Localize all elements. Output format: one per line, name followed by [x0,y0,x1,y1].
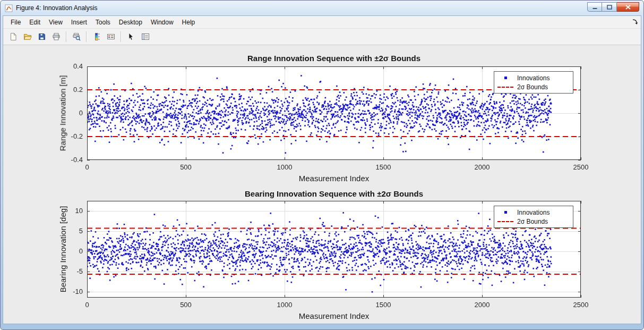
plot-title: Bearing Innovation Sequence with ±2σ Bou… [87,189,581,198]
minimize-icon [593,5,597,10]
dock-figure-icon[interactable] [632,19,638,25]
legend[interactable]: Innovations2σ Bounds [494,206,573,228]
x-axis-label: Measurement Index [87,311,581,320]
toolbar-separator [66,31,66,42]
menu-item-insert[interactable]: Insert [67,17,91,28]
legend-entry-innovations: Innovations [497,208,570,217]
open-file-button[interactable] [21,30,34,44]
y-tick-label: -0.2 [57,132,83,140]
legend-marker-innovations [497,77,513,79]
save-figure-icon [38,32,46,41]
legend-entry-bounds: 2σ Bounds [497,82,570,91]
menu-item-file[interactable]: File [6,17,25,28]
save-figure-button[interactable] [35,30,48,44]
legend-label: Innovations [517,74,549,82]
menubar-items: FileEditViewInsertToolsDesktopWindowHelp [6,17,199,28]
insert-colorbar-button[interactable] [90,30,103,44]
insert-legend-icon [107,32,115,41]
print-figure-button[interactable] [49,30,63,44]
y-tick-label: 5 [57,227,83,235]
menu-item-window[interactable]: Window [147,17,178,28]
scatter-marker-icon [504,77,507,79]
legend-label: 2σ Bounds [517,83,548,91]
x-tick-label: 500 [170,163,202,171]
menu-item-help[interactable]: Help [178,17,200,28]
y-tick-label: -0.4 [57,156,83,164]
y-tick-label: 0 [57,109,83,117]
menubar: FileEditViewInsertToolsDesktopWindowHelp [3,16,641,29]
menu-item-desktop[interactable]: Desktop [115,17,147,28]
x-tick-label: 1500 [367,301,399,309]
y-tick-label: 0.4 [57,62,83,70]
toolbar [3,29,641,45]
y-tick-label: -5 [57,267,83,275]
dash-sample [497,87,513,88]
x-tick-label: 2000 [466,301,498,309]
x-tick-label: 2500 [565,163,597,171]
legend-marker-innovations [497,211,513,214]
x-tick-label: 1000 [269,301,300,309]
print-preview-button[interactable] [70,30,83,44]
scatter-marker-icon [504,211,507,214]
window-controls [587,2,639,12]
close-icon [625,5,631,10]
maximize-button[interactable] [602,2,617,12]
titlebar[interactable]: Figure 4: Innovation Analysis [1,1,643,15]
y-tick-label: 0 [57,247,83,255]
window-title: Figure 4: Innovation Analysis [16,4,587,12]
x-tick-label: 1000 [269,163,300,171]
new-figure-button[interactable] [6,30,20,44]
legend-dashed-line-icon [497,87,513,88]
insert-legend-button[interactable] [104,30,117,44]
x-tick-label: 2500 [565,301,597,309]
open-file-icon [23,32,32,41]
menu-item-edit[interactable]: Edit [25,17,45,28]
y-tick-label: 10 [57,207,83,215]
figure-window: Figure 4: Innovation Analysis FileEditVi… [0,0,644,330]
y-tick-label: 0.2 [57,86,83,94]
client-area: FileEditViewInsertToolsDesktopWindowHelp [3,15,641,324]
edit-plot-icon [127,32,135,41]
show-plot-tools-button[interactable] [139,30,152,44]
plot-title: Range Innovation Sequence with ±2σ Bound… [87,54,581,63]
dash-sample [497,221,513,222]
toolbar-separator [121,31,121,42]
legend-label: 2σ Bounds [517,218,548,225]
legend-entry-bounds: 2σ Bounds [497,217,570,226]
x-tick-label: 0 [71,163,103,171]
edit-plot-button[interactable] [124,30,138,44]
y-tick-label: -10 [57,287,83,295]
x-tick-label: 2000 [466,163,498,171]
new-figure-icon [9,32,18,41]
x-tick-label: 1500 [367,163,399,171]
toolbar-separator [86,31,87,42]
minimize-button[interactable] [587,2,602,12]
menu-item-view[interactable]: View [45,17,67,28]
print-preview-icon [72,32,81,41]
x-tick-label: 500 [170,301,202,309]
matlab-figure-icon [5,4,13,12]
insert-colorbar-icon [92,32,101,41]
x-tick-label: 0 [71,301,103,309]
close-button[interactable] [617,2,639,12]
menu-item-tools[interactable]: Tools [91,17,115,28]
maximize-icon [607,5,612,10]
x-axis-label: Measurement Index [87,174,581,183]
legend-entry-innovations: Innovations [497,73,570,82]
print-figure-icon [52,32,61,41]
legend[interactable]: Innovations2σ Bounds [494,71,573,94]
figure-area: Range Innovation Sequence with ±2σ Bound… [3,45,641,324]
legend-label: Innovations [517,209,549,216]
legend-dashed-line-icon [497,221,513,222]
show-plot-tools-icon [141,32,150,41]
